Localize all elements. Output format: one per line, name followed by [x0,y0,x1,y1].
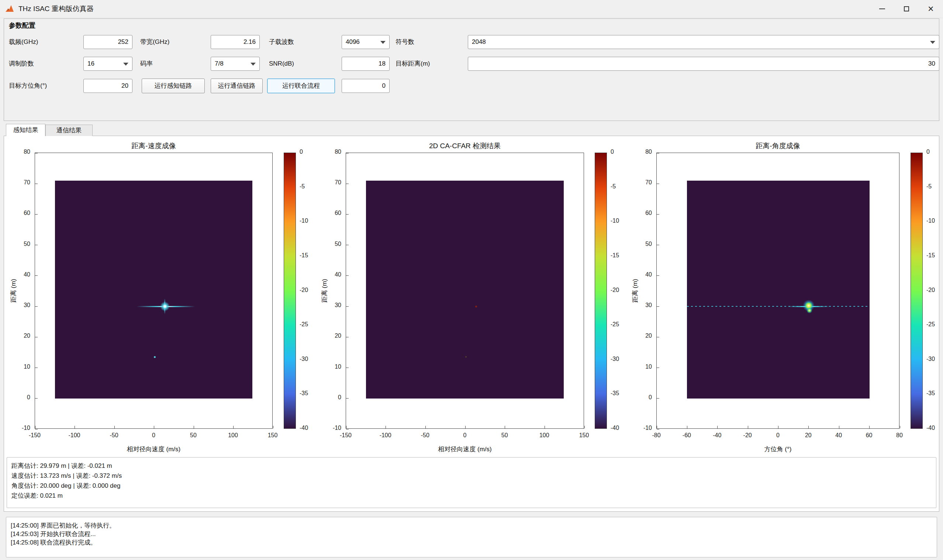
azimuth-label: 目标方位角(°) [9,79,47,93]
window-title: THz ISAC 重构版仿真器 [19,0,94,18]
sensing-results-panel [4,136,939,512]
matlab-app-icon [5,4,14,14]
snr-label: SNR(dB) [269,57,294,71]
app-window: THz ISAC 重构版仿真器 × 参数配置 载频(GHz) 252 带宽(GH… [0,0,943,560]
carrier-freq-label: 载频(GHz) [9,35,38,49]
angle-estimate-line: 角度估计: 20.000 deg | 误差: 0.000 deg [11,481,932,491]
symbols-value: 2048 [472,35,486,49]
chevron-down-icon [250,63,256,66]
log-line: [14:25:08] 联合流程执行完成。 [11,538,932,547]
target-distance-label: 目标距离(m) [395,57,430,71]
close-icon: × [928,0,934,18]
param-panel: 参数配置 载频(GHz) 252 带宽(GHz) 2.16 子载波数 4096 … [4,18,939,121]
run-comm-button[interactable]: 运行通信链路 [211,78,263,93]
bandwidth-input[interactable]: 2.16 [211,35,260,49]
chevron-down-icon [380,41,386,44]
symbols-label: 符号数 [395,35,414,49]
estimate-results-box: 距离估计: 29.979 m | 误差: -0.021 m 速度估计: 13.7… [7,457,936,508]
maximize-icon [904,6,909,11]
azimuth-input[interactable]: 20 [83,79,133,93]
param-panel-title: 参数配置 [9,21,35,30]
position-error-line: 定位误差: 0.021 m [11,491,932,501]
snr-input[interactable]: 18 [342,57,390,71]
modulation-dropdown[interactable]: 16 [83,57,133,71]
run-joint-button[interactable]: 运行联合流程 [267,78,335,93]
velocity-estimate-line: 速度估计: 13.723 m/s | 误差: -0.372 m/s [11,471,932,481]
log-line: [14:25:03] 开始执行联合流程... [11,530,932,538]
subcarriers-value: 4096 [346,35,360,49]
log-line: [14:25:00] 界面已初始化，等待执行。 [11,521,932,530]
coderate-dropdown[interactable]: 7/8 [211,57,260,71]
chevron-down-icon [930,41,935,44]
range-estimate-line: 距离估计: 29.979 m | 误差: -0.021 m [11,461,932,471]
aux-value-input[interactable]: 0 [342,79,390,93]
coderate-value: 7/8 [215,57,224,71]
modulation-label: 调制阶数 [9,57,34,71]
subcarriers-dropdown[interactable]: 4096 [342,35,390,49]
titlebar: THz ISAC 重构版仿真器 × [0,0,943,18]
symbols-dropdown[interactable]: 2048 [468,35,939,49]
close-button[interactable]: × [919,0,943,18]
coderate-label: 码率 [140,57,153,71]
tab-comm-results[interactable]: 通信结果 [45,125,93,136]
minimize-icon [879,8,885,9]
log-box: [14:25:00] 界面已初始化，等待执行。 [14:25:03] 开始执行联… [6,517,937,557]
carrier-freq-input[interactable]: 252 [83,35,133,49]
chevron-down-icon [123,63,128,66]
subcarriers-label: 子载波数 [269,35,294,49]
minimize-button[interactable] [870,0,894,18]
target-distance-input[interactable]: 30 [468,57,939,71]
run-sensing-button[interactable]: 运行感知链路 [142,78,205,93]
tab-sensing-results[interactable]: 感知结果 [6,124,45,136]
bandwidth-label: 带宽(GHz) [140,35,169,49]
maximize-button[interactable] [894,0,919,18]
modulation-value: 16 [88,57,94,71]
